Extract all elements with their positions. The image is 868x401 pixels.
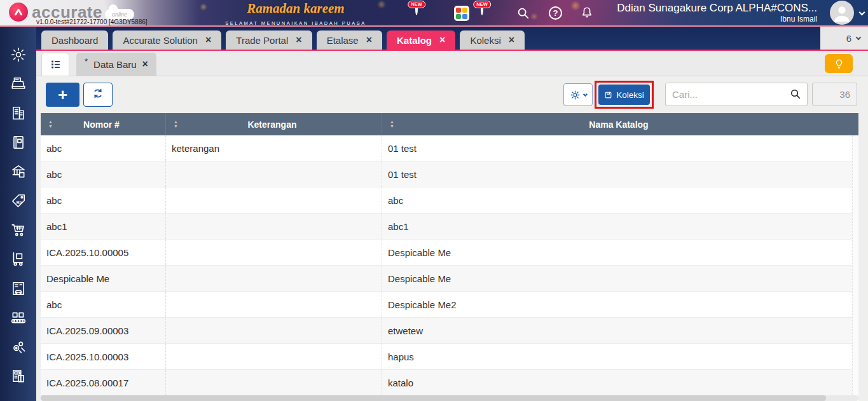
vertical-scrollbar[interactable]: [852, 135, 858, 401]
table-cell: ICA.2025.10.00003: [41, 344, 165, 369]
sort-icon[interactable]: ▲▼: [48, 120, 53, 128]
conveyor-icon: [10, 309, 27, 326]
table-cell: [165, 161, 382, 187]
list-view-tab[interactable]: [41, 53, 69, 76]
ramadan-banner: Ramadan kareem SELAMAT MENUNAIKAN IBADAH…: [191, 1, 401, 27]
sidebar-item-manufacture[interactable]: [10, 338, 27, 355]
new-badge: NEW: [408, 1, 425, 8]
tab-close-icon[interactable]: ×: [439, 35, 445, 45]
sort-icon[interactable]: ▲▼: [390, 120, 394, 128]
table-row[interactable]: abcDespicable Me2: [41, 292, 858, 318]
promo-avatar-2[interactable]: NEW: [481, 3, 483, 15]
logo-online-text: online: [112, 11, 127, 18]
table-row[interactable]: ICA.2025.10.00003hapus: [41, 344, 858, 370]
table-cell: [165, 187, 382, 213]
sidebar-item-book[interactable]: [10, 133, 27, 151]
table-cell: abc1: [382, 214, 858, 239]
tab-overflow-dropdown[interactable]: 6: [820, 27, 868, 50]
table-cell: 01 test: [382, 161, 858, 187]
unsaved-marker: *: [85, 57, 88, 66]
tab-bar-tabs: DashboardAccurate Solution×Trade Portal×…: [41, 31, 529, 50]
sidebar-item-shopping-cart[interactable]: [10, 221, 27, 238]
notifications-bell-icon[interactable]: [580, 6, 594, 22]
table-cell: [165, 240, 382, 265]
table-cell: ICA.2025.08.00017: [41, 370, 165, 395]
dealer-building-icon: [10, 280, 27, 297]
table-header: ▲▼Nomor #▲▼Keterangan▲▼Nama Katalog: [41, 113, 858, 135]
add-button[interactable]: +: [46, 83, 79, 107]
tab-label: Etalase: [327, 35, 359, 46]
sidebar-item-dealer-building[interactable]: [10, 280, 27, 297]
company-switcher[interactable]: Ddian Sunagakure Corp ALPHA#CONS... Ibnu…: [617, 2, 817, 24]
chevron-down-icon: [856, 34, 861, 39]
search-icon[interactable]: [516, 6, 530, 23]
tab-close-icon[interactable]: ×: [296, 35, 301, 45]
table-row[interactable]: ICA.2025.09.00003etwetew: [41, 318, 858, 344]
tab-bar: DashboardAccurate Solution×Trade Portal×…: [36, 27, 868, 51]
tab-close-icon[interactable]: ×: [366, 35, 372, 45]
tab-label: Trade Portal: [236, 35, 288, 46]
table-row[interactable]: abcketerangan01 test: [41, 135, 858, 161]
table-cell: [165, 318, 382, 343]
column-label: Nama Katalog: [394, 119, 858, 130]
tab-katalog[interactable]: Katalog×: [387, 31, 455, 50]
refresh-button[interactable]: [83, 83, 113, 107]
table-row[interactable]: Despicable MeDespicable Me: [41, 266, 858, 292]
gear-icon: [10, 46, 27, 63]
table-cell: Despicable Me: [41, 266, 165, 291]
table-cell: hapus: [382, 344, 858, 369]
tab-overflow-count: 6: [846, 33, 851, 44]
hint-lightbulb-button[interactable]: [825, 54, 853, 73]
tab-koleksi[interactable]: Koleksi×: [460, 31, 525, 50]
account-chevron-down-icon[interactable]: [859, 10, 865, 16]
tab-close-icon[interactable]: ×: [205, 35, 211, 45]
subtab-data-baru[interactable]: * Data Baru ×: [76, 53, 156, 76]
sort-icon[interactable]: ▲▼: [174, 120, 178, 128]
apps-grid-icon[interactable]: [454, 6, 469, 21]
table-row[interactable]: abc1abc1: [41, 214, 858, 240]
tab-trade-portal[interactable]: Trade Portal×: [226, 31, 312, 50]
promo-avatar-1[interactable]: NEW: [415, 3, 418, 15]
help-icon[interactable]: ?: [549, 6, 562, 20]
horizontal-scrollbar[interactable]: [41, 395, 858, 401]
user-avatar[interactable]: [830, 1, 854, 25]
table-cell: ICA.2025.09.00003: [41, 318, 165, 343]
sidebar-item-gear[interactable]: [10, 46, 27, 63]
koleksi-button-label: Koleksi: [616, 90, 644, 100]
table-cell: keterangan: [165, 135, 382, 161]
horizontal-scrollbar-thumb[interactable]: [41, 395, 826, 401]
table-row[interactable]: abc01 test: [41, 161, 858, 187]
settings-dropdown-button[interactable]: [563, 83, 593, 106]
column-header[interactable]: ▲▼Nama Katalog: [382, 113, 858, 135]
tab-accurate-solution[interactable]: Accurate Solution×: [113, 31, 221, 50]
tab-etalase[interactable]: Etalase×: [317, 31, 382, 50]
column-header[interactable]: ▲▼Keterangan: [165, 113, 382, 135]
sidebar-item-cash-register[interactable]: [10, 75, 27, 92]
chevron-down-icon: [582, 92, 587, 96]
search-input[interactable]: [666, 83, 789, 105]
koleksi-button[interactable]: Koleksi: [598, 85, 650, 105]
sidebar-item-hand-truck[interactable]: [10, 250, 27, 268]
cash-register-icon: [10, 76, 27, 92]
subtab-close-icon[interactable]: ×: [142, 59, 148, 69]
sidebar-item-conveyor[interactable]: [10, 309, 27, 326]
sidebar-item-bank[interactable]: [10, 163, 27, 180]
bank-icon: [10, 163, 27, 180]
sidebar-item-tax-document[interactable]: TAX: [10, 367, 27, 384]
tab-dashboard[interactable]: Dashboard: [41, 31, 108, 50]
table-cell: [165, 344, 382, 369]
table-row[interactable]: ICA.2025.08.00017katalo: [41, 370, 858, 396]
tab-close-icon[interactable]: ×: [509, 35, 514, 45]
table-cell: 01 test: [382, 135, 858, 161]
lightbulb-icon: [834, 58, 844, 69]
sidebar-item-price-tag[interactable]: Rp: [10, 192, 27, 209]
book-icon: [10, 134, 27, 151]
search-submit-icon[interactable]: [790, 88, 802, 100]
table-row[interactable]: abcabc: [41, 187, 858, 214]
subtab-bar: * Data Baru ×: [36, 51, 868, 76]
table-cell: [165, 266, 382, 291]
column-header[interactable]: ▲▼Nomor #: [41, 113, 165, 135]
new-badge: NEW: [473, 1, 491, 8]
sidebar-item-office-building[interactable]: [10, 104, 27, 121]
table-row[interactable]: ICA.2025.10.00005Despicable Me: [41, 240, 858, 266]
